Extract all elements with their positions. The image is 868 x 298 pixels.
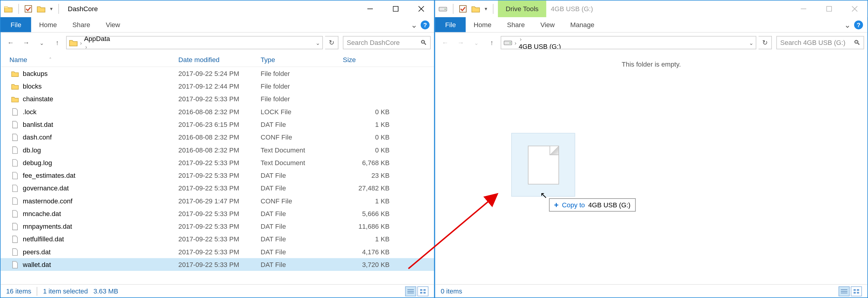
file-row[interactable]: blocks2017-09-12 2:44 PMFile folder — [1, 80, 434, 93]
file-row[interactable]: debug.log2017-09-22 5:33 PMText Document… — [1, 156, 434, 169]
back-button[interactable]: ← — [4, 36, 17, 49]
minimize-button[interactable] — [791, 1, 816, 17]
file-icon — [9, 184, 21, 192]
column-date[interactable]: Date modified — [179, 53, 261, 67]
folder-icon[interactable] — [37, 5, 46, 13]
address-dropdown-icon[interactable]: ⌄ — [749, 39, 753, 45]
tab-home[interactable]: Home — [31, 17, 65, 32]
tab-manage[interactable]: Manage — [562, 17, 602, 32]
help-icon[interactable]: ? — [854, 20, 863, 29]
file-name: dash.conf — [21, 133, 179, 141]
qat-overflow-icon[interactable]: ▾ — [50, 6, 53, 11]
file-row[interactable]: masternode.conf2017-06-29 1:47 PMCONF Fi… — [1, 194, 434, 207]
tab-home[interactable]: Home — [466, 17, 499, 32]
status-bar: 0 items — [435, 284, 867, 297]
tab-view[interactable]: View — [98, 17, 128, 32]
file-type: Text Document — [261, 159, 343, 167]
file-row[interactable]: netfulfilled.dat2017-09-22 5:33 PMDAT Fi… — [1, 233, 434, 245]
folder-icon[interactable] — [471, 5, 480, 13]
search-icon[interactable]: 🔍︎ — [420, 39, 427, 47]
file-row[interactable]: governance.dat2017-09-22 5:33 PMDAT File… — [1, 182, 434, 194]
column-headers: Nameˆ Date modified Type Size — [1, 53, 434, 67]
file-row[interactable]: db.log2016-08-08 2:32 PMText Document0 K… — [1, 143, 434, 156]
file-list[interactable]: backups2017-09-22 5:24 PMFile folderbloc… — [1, 67, 434, 284]
expand-ribbon-icon[interactable]: ⌄ — [844, 20, 851, 29]
breadcrumb-segment[interactable]: AppData — [84, 36, 114, 42]
separator — [19, 4, 19, 14]
file-row[interactable]: fee_estimates.dat2017-09-22 5:33 PMDAT F… — [1, 169, 434, 182]
column-size[interactable]: Size — [343, 53, 434, 67]
search-input[interactable]: Search DashCore 🔍︎ — [343, 36, 431, 49]
separator — [453, 4, 454, 14]
file-row[interactable]: mnpayments.dat2017-09-22 5:33 PMDAT File… — [1, 220, 434, 233]
help-icon[interactable]: ? — [421, 20, 430, 29]
file-icon — [9, 235, 21, 243]
checkbox-icon[interactable] — [459, 5, 467, 13]
thumbnails-view-button[interactable] — [851, 286, 862, 296]
up-button[interactable]: ↑ — [485, 36, 498, 49]
file-date: 2017-09-22 5:33 PM — [179, 171, 261, 179]
svg-point-20 — [510, 42, 511, 44]
details-view-button[interactable] — [838, 286, 849, 296]
file-row[interactable]: dash.conf2016-08-08 2:32 PMCONF File0 KB — [1, 131, 434, 143]
folder-icon — [69, 39, 78, 47]
expand-ribbon-icon[interactable]: ⌄ — [411, 20, 417, 29]
recent-locations-button[interactable]: ⌄ — [470, 36, 483, 49]
file-size: 11,686 KB — [343, 222, 390, 230]
up-button[interactable]: ↑ — [51, 36, 64, 49]
close-button[interactable] — [408, 1, 434, 17]
tab-view[interactable]: View — [532, 17, 562, 32]
folder-icon — [9, 95, 21, 103]
file-icon — [9, 197, 21, 205]
sort-indicator-icon: ˆ — [50, 57, 51, 62]
file-size: 4,176 KB — [343, 248, 390, 256]
refresh-button[interactable]: ↻ — [325, 36, 338, 49]
file-icon — [9, 133, 21, 141]
tab-share[interactable]: Share — [65, 17, 98, 32]
file-list[interactable]: This folder is empty. — [435, 53, 867, 284]
tab-file[interactable]: File — [435, 17, 466, 32]
breadcrumb-segment[interactable]: 4GB USB (G:) — [519, 43, 561, 49]
refresh-button[interactable]: ↻ — [758, 36, 772, 49]
chevron-right-icon[interactable]: › — [79, 39, 83, 45]
file-row[interactable]: chainstate2017-09-22 5:33 PMFile folder — [1, 93, 434, 105]
address-bar[interactable]: › Users›strophy›AppData›Roaming›DashCore… — [66, 36, 323, 49]
file-name: peers.dat — [21, 248, 179, 256]
file-size: 0 KB — [343, 108, 390, 116]
column-name[interactable]: Nameˆ — [9, 53, 179, 67]
folder-icon — [4, 5, 13, 13]
file-row[interactable]: backups2017-09-22 5:24 PMFile folder — [1, 67, 434, 79]
navigation-bar: ← → ⌄ ↑ › This PC›4GB USB (G:)› ⌄ ↻ Sear… — [435, 33, 867, 53]
drag-tooltip: + Copy to 4GB USB (G:) — [549, 198, 636, 211]
search-input[interactable]: Search 4GB USB (G:) 🔍︎ — [776, 36, 864, 49]
chevron-right-icon[interactable]: › — [519, 36, 523, 42]
file-row[interactable]: banlist.dat2017-06-23 6:15 PMDAT File1 K… — [1, 118, 434, 131]
maximize-button[interactable] — [383, 1, 408, 17]
file-row[interactable]: peers.dat2017-09-22 5:33 PMDAT File4,176… — [1, 245, 434, 258]
forward-button[interactable]: → — [20, 36, 33, 49]
chevron-right-icon[interactable]: › — [514, 39, 518, 45]
tab-file[interactable]: File — [1, 17, 31, 32]
file-row[interactable]: .lock2016-08-08 2:32 PMLOCK File0 KB — [1, 105, 434, 118]
details-view-button[interactable] — [405, 286, 416, 296]
checkbox-icon[interactable] — [24, 5, 32, 13]
thumbnails-view-button[interactable] — [417, 286, 429, 296]
file-row[interactable]: mncache.dat2017-09-22 5:33 PMDAT File5,6… — [1, 207, 434, 220]
tab-share[interactable]: Share — [499, 17, 532, 32]
close-button[interactable] — [842, 1, 867, 17]
explorer-window-destination: ▾ Drive Tools 4GB USB (G:) File Home Sha… — [435, 0, 868, 298]
qat-overflow-icon[interactable]: ▾ — [485, 6, 487, 11]
file-row[interactable]: wallet.dat2017-09-22 5:33 PMDAT File3,72… — [1, 258, 434, 271]
search-icon[interactable]: 🔍︎ — [854, 39, 860, 47]
chevron-right-icon[interactable]: › — [84, 44, 88, 49]
forward-button[interactable]: → — [454, 36, 467, 49]
svg-rect-10 — [420, 292, 422, 294]
back-button[interactable]: ← — [438, 36, 452, 49]
maximize-button[interactable] — [816, 1, 842, 17]
recent-locations-button[interactable]: ⌄ — [35, 36, 48, 49]
file-name: netfulfilled.dat — [21, 235, 179, 243]
column-type[interactable]: Type — [261, 53, 343, 67]
address-dropdown-icon[interactable]: ⌄ — [315, 39, 320, 45]
minimize-button[interactable] — [358, 1, 383, 17]
address-bar[interactable]: › This PC›4GB USB (G:)› ⌄ — [501, 36, 756, 49]
